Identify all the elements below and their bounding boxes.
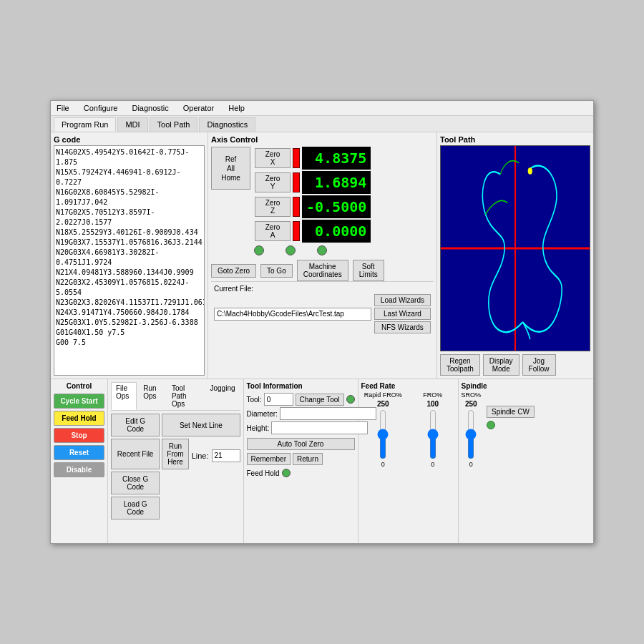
last-wizard-button[interactable]: Last Wizard — [374, 308, 431, 320]
y-indicator — [293, 172, 300, 192]
to-go-button[interactable]: To Go — [260, 264, 293, 278]
gcode-list[interactable]: N14G02X5.49542Y5.01642I-0.775J-1.875N15X… — [54, 145, 205, 376]
tab-diagnostics[interactable]: Diagnostics — [199, 117, 255, 132]
nfs-wizards-button[interactable]: NFS Wizards — [374, 321, 431, 333]
disable-button[interactable]: Disable — [54, 462, 104, 477]
set-next-line-button[interactable]: Set Next Line — [162, 414, 240, 436]
svg-point-2 — [528, 167, 532, 175]
tab-tool-path[interactable]: Tool Path — [150, 117, 198, 132]
line-input[interactable] — [212, 449, 240, 462]
close-gcode-button[interactable]: Close G Code — [111, 472, 160, 494]
zero-z-button[interactable]: ZeroZ — [255, 197, 291, 217]
remember-return-row: Remember Return — [247, 453, 355, 465]
gcode-line[interactable]: N24X3.91471Y4.750660.984J0.1784 — [56, 308, 203, 318]
fro-label: FRO% — [423, 391, 442, 399]
axis-row-y: ZeroY 1.6894 — [255, 171, 371, 194]
gcode-line[interactable]: N14G02X5.49542Y5.01642I-0.775J-1.875 — [56, 147, 203, 167]
fro-slider[interactable] — [426, 409, 440, 459]
axis-control-label: Axis Control — [211, 135, 434, 144]
spindle-cw-indicator — [487, 421, 495, 429]
gcode-line[interactable]: N16G02X8.60845Y5.52982I-1.0917J7.042 — [56, 187, 203, 208]
ref-all-home-button[interactable]: RefAllHome — [211, 147, 250, 190]
gcode-line[interactable]: N18X5.25529Y3.40126I-0.9009J0.434 — [56, 228, 203, 238]
z-indicator — [293, 197, 300, 217]
gcode-line[interactable]: N17G02X5.70512Y3.8597I-2.0227J0.1577 — [56, 208, 203, 228]
feedrate-title: Feed Rate — [361, 382, 455, 390]
x-value: 4.8375 — [302, 147, 371, 170]
change-tool-button[interactable]: Change Tool — [296, 394, 344, 406]
reset-button[interactable]: Reset — [54, 445, 104, 460]
spindle-cw-indicator-row — [487, 421, 535, 429]
gcode-line[interactable]: N21X4.09481Y3.588960.1344J0.9909 — [56, 268, 203, 278]
load-gcode-button[interactable]: Load G Code — [111, 497, 160, 519]
remember-button[interactable]: Remember — [247, 453, 291, 465]
toolpath-panel: Tool Path RegenToolpa — [437, 132, 593, 379]
fro-zero: 0 — [431, 461, 434, 468]
recent-file-button[interactable]: Recent File — [111, 439, 160, 469]
ops-tab-file[interactable]: File Ops — [111, 382, 137, 410]
edit-gcode-button[interactable]: Edit G Code — [111, 414, 160, 436]
feed-hold-indicator — [282, 469, 291, 477]
tab-program-run[interactable]: Program Run — [54, 117, 116, 132]
z-value: -0.5000 — [302, 195, 371, 218]
run-from-here-button[interactable]: Run From Here — [162, 439, 188, 469]
toolpath-canvas — [440, 145, 590, 351]
stop-button[interactable]: Stop — [54, 428, 104, 443]
spindle-panel: Spindle SRO% 250 0 Spindle CW — [459, 379, 594, 543]
dot-2 — [286, 245, 296, 255]
sro-label: SRO% — [462, 391, 482, 399]
sro-value: 250 — [465, 400, 477, 408]
rapid-fro-slider[interactable] — [376, 409, 390, 459]
zero-x-button[interactable]: ZeroX — [255, 148, 291, 168]
main-content: G code N14G02X5.49542Y5.01642I-0.775J-1.… — [51, 132, 593, 379]
display-mode-button[interactable]: DisplayMode — [483, 354, 519, 376]
dot-1 — [254, 245, 264, 255]
gcode-line[interactable]: N20G03X4.66981Y3.30282I-0.4751J1.9724 — [56, 248, 203, 268]
tool-info-label: Tool Information — [247, 382, 355, 390]
height-input[interactable] — [271, 421, 368, 434]
current-file-input[interactable] — [214, 308, 371, 321]
return-button[interactable]: Return — [293, 453, 323, 465]
ops-tab-run[interactable]: Run Ops — [138, 382, 165, 410]
tool-label: Tool: — [247, 396, 262, 404]
gcode-line[interactable]: N15X5.79242Y4.446941-0.6912J-0.7227 — [56, 167, 203, 187]
gcode-line[interactable]: G00 7.5 — [56, 338, 203, 348]
feedrate-cols: Rapid FRO% 250 0 FRO% 100 0 — [361, 391, 455, 468]
ops-panel: File Ops Run Ops Tool Path Ops Jogging E… — [108, 379, 244, 543]
y-value: 1.6894 — [302, 171, 371, 194]
machine-coordinates-button[interactable]: MachineCoordinates — [297, 260, 348, 281]
sro-slider[interactable] — [464, 409, 478, 459]
menu-help[interactable]: Help — [225, 102, 248, 114]
spindle-cw-button[interactable]: Spindle CW — [487, 406, 535, 418]
gcode-line[interactable]: N19G03X7.15537Y1.0576816.36J3.2144 — [56, 238, 203, 248]
tool-number-input[interactable] — [264, 393, 293, 406]
toolpath-svg — [441, 146, 590, 351]
menu-operator[interactable]: Operator — [180, 102, 217, 114]
jog-follow-button[interactable]: JogFollow — [522, 354, 556, 376]
menu-diagnostic[interactable]: Diagnostic — [129, 102, 171, 114]
load-wizards-button[interactable]: Load Wizards — [374, 294, 431, 306]
cycle-start-button[interactable]: Cycle Start — [54, 394, 104, 409]
ops-tab-jogging[interactable]: Jogging — [205, 382, 240, 410]
zero-y-button[interactable]: ZeroY — [255, 172, 291, 192]
gcode-line[interactable]: G01G40X1.50 y7.5 — [56, 328, 203, 338]
tab-mdi[interactable]: MDI — [117, 117, 147, 132]
feedrate-panel: Feed Rate Rapid FRO% 250 0 FRO% 100 0 — [358, 379, 459, 543]
gcode-line[interactable]: N22G03X2.45309Y1.0576815.0224J-5.0554 — [56, 278, 203, 298]
ops-tab-toolpath[interactable]: Tool Path Ops — [167, 382, 204, 410]
tool-row: Tool: Change Tool — [247, 393, 355, 406]
soft-limits-button[interactable]: SoftLimits — [353, 260, 384, 281]
toolpath-label: Tool Path — [440, 135, 590, 144]
regen-toolpath-button[interactable]: RegenToolpath — [440, 354, 480, 376]
axis-bottom-btns: Goto Zero To Go MachineCoordinates SoftL… — [211, 260, 434, 281]
a-value: 0.0000 — [302, 220, 371, 243]
gcode-line[interactable]: N23G02X3.82026Y4.11537I1.7291J1.0614 — [56, 298, 203, 308]
auto-tool-zero-button[interactable]: Auto Tool Zero — [247, 438, 355, 450]
menu-configure[interactable]: Configure — [81, 102, 121, 114]
feed-hold-button[interactable]: Feed Hold — [54, 411, 104, 426]
gcode-line[interactable]: N25G03X1.0Y5.52982I-3.256J-6.3388 — [56, 318, 203, 328]
goto-zero-button[interactable]: Goto Zero — [211, 264, 256, 278]
height-row: Height: — [247, 421, 355, 434]
zero-a-button[interactable]: ZeroA — [255, 221, 291, 241]
menu-file[interactable]: File — [54, 102, 72, 114]
